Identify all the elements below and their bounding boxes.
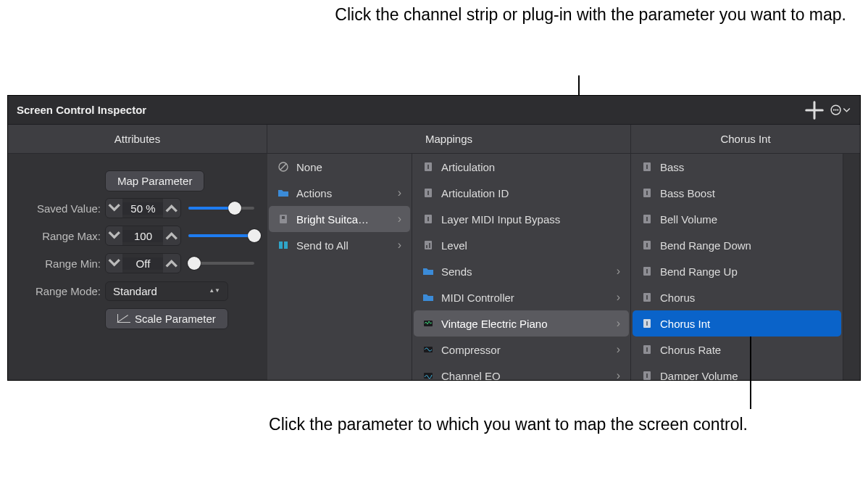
- header-mappings[interactable]: Mappings: [267, 125, 631, 153]
- svg-rect-22: [646, 165, 648, 169]
- svg-rect-32: [646, 295, 648, 300]
- slider-icon: [422, 161, 434, 173]
- chevron-down-icon: [106, 199, 122, 216]
- slider-icon: [641, 292, 653, 303]
- slider-icon: [422, 187, 434, 199]
- param-bell-volume[interactable]: Bell Volume: [633, 206, 841, 232]
- panel-titlebar: Screen Control Inspector: [8, 96, 860, 125]
- map-parameter-button[interactable]: Map Parameter: [105, 170, 204, 191]
- header-attributes[interactable]: Attributes: [8, 125, 267, 153]
- folder-icon: [277, 187, 289, 199]
- folder-icon: [422, 292, 434, 303]
- header-right[interactable]: Chorus Int: [631, 125, 860, 153]
- stepper-dec[interactable]: [106, 199, 122, 218]
- param-bass[interactable]: Bass: [633, 154, 841, 180]
- svg-rect-14: [427, 217, 429, 221]
- slider-icon: [641, 370, 653, 380]
- chevron-right-icon: ›: [398, 186, 401, 199]
- svg-rect-26: [646, 217, 648, 221]
- chevron-right-icon: ›: [617, 317, 620, 330]
- param-damper-volume[interactable]: Damper Volume: [633, 363, 841, 380]
- svg-rect-28: [646, 243, 648, 247]
- svg-rect-16: [426, 245, 427, 248]
- param-bass-boost[interactable]: Bass Boost: [633, 180, 841, 206]
- chevron-right-icon: ›: [617, 291, 620, 304]
- range-mode-value: Standard: [113, 285, 157, 297]
- panel-title: Screen Control Inspector: [17, 104, 146, 116]
- none-icon: [277, 161, 289, 173]
- range-min-stepper[interactable]: Off: [105, 253, 181, 273]
- scrollbar-gutter[interactable]: [843, 154, 860, 380]
- range-min-slider[interactable]: [188, 253, 254, 273]
- param-chorus-int[interactable]: Chorus Int: [633, 310, 841, 337]
- range-max-stepper[interactable]: 100: [105, 226, 181, 246]
- chevron-down-icon: [106, 227, 122, 244]
- actions-menu-button[interactable]: [830, 99, 851, 121]
- scale-icon: [117, 314, 130, 323]
- svg-rect-8: [284, 242, 288, 249]
- add-button[interactable]: [804, 99, 825, 121]
- param-chorus[interactable]: Chorus: [633, 284, 841, 310]
- parameter-column: Bass Bass Boost Bell Volume Bend Range D…: [631, 154, 843, 380]
- item-channel-eq[interactable]: Channel EQ ›: [414, 363, 629, 380]
- folder-icon: [422, 265, 434, 277]
- slider-icon: [641, 318, 653, 329]
- saved-value-slider[interactable]: [188, 198, 254, 218]
- mapping-send-to-all[interactable]: Send to All ›: [269, 232, 410, 258]
- plus-icon: [804, 99, 825, 121]
- channel-strip-icon: [277, 213, 289, 225]
- updown-icon: ▲▼: [209, 288, 220, 294]
- svg-rect-7: [279, 242, 283, 249]
- item-layer-midi[interactable]: Layer MIDI Input Bypass: [414, 206, 629, 232]
- slider-icon: [641, 239, 653, 251]
- more-icon: [830, 104, 851, 116]
- item-midi-controller[interactable]: MIDI Controller ›: [414, 284, 629, 310]
- svg-rect-30: [646, 269, 648, 273]
- all-channels-icon: [277, 239, 289, 251]
- svg-rect-34: [646, 321, 648, 326]
- svg-rect-38: [646, 373, 648, 378]
- slider-icon: [641, 265, 653, 277]
- chevron-down-icon: [106, 255, 122, 271]
- range-max-slider[interactable]: [188, 226, 254, 246]
- param-bend-range-up[interactable]: Bend Range Up: [633, 258, 841, 284]
- scale-parameter-button[interactable]: Scale Parameter: [105, 308, 228, 329]
- mapping-none[interactable]: None: [269, 154, 410, 180]
- item-vintage-electric-piano[interactable]: Vintage Electric Piano ›: [414, 310, 629, 337]
- chevron-up-icon: [163, 227, 180, 244]
- param-bend-range-down[interactable]: Bend Range Down: [633, 232, 841, 258]
- plugin-icon: [422, 370, 434, 380]
- svg-rect-12: [427, 191, 429, 195]
- range-min-label: Range Min:: [8, 257, 105, 270]
- chevron-right-icon: ›: [617, 369, 620, 380]
- inspector-panel: Screen Control Inspector Attributes Mapp…: [8, 96, 860, 380]
- callout-leader-bottom: [750, 337, 751, 409]
- scale-parameter-label: Scale Parameter: [135, 313, 216, 325]
- range-min-text[interactable]: Off: [122, 257, 163, 270]
- item-level[interactable]: Level: [414, 232, 629, 258]
- saved-value-stepper[interactable]: 50 %: [105, 198, 181, 218]
- svg-point-2: [835, 109, 837, 110]
- svg-rect-10: [427, 165, 429, 169]
- mapping-channel-strip[interactable]: Bright Suitca… ›: [269, 206, 410, 232]
- chevron-right-icon: ›: [398, 239, 401, 252]
- level-icon: [422, 239, 434, 251]
- svg-point-1: [833, 109, 835, 110]
- saved-value-text[interactable]: 50 %: [122, 202, 163, 215]
- svg-rect-24: [646, 191, 648, 195]
- range-max-text[interactable]: 100: [122, 230, 163, 242]
- stepper-inc[interactable]: [163, 199, 180, 218]
- column-headers: Attributes Mappings Chorus Int: [8, 125, 860, 154]
- range-mode-dropdown[interactable]: Standard ▲▼: [105, 281, 228, 301]
- item-compressor[interactable]: Compressor ›: [414, 337, 629, 363]
- item-sends[interactable]: Sends ›: [414, 258, 629, 284]
- item-articulation-id[interactable]: Articulation ID: [414, 180, 629, 206]
- item-articulation[interactable]: Articulation: [414, 154, 629, 180]
- range-mode-label: Range Mode:: [8, 285, 105, 297]
- mapping-actions[interactable]: Actions ›: [269, 180, 410, 206]
- slider-icon: [641, 187, 653, 199]
- param-chorus-rate[interactable]: Chorus Rate: [633, 337, 841, 363]
- mapping-source-column: None Actions › Bright Suitca… › Send to …: [267, 154, 412, 380]
- plugin-icon: [422, 318, 434, 329]
- range-max-label: Range Max:: [8, 230, 105, 242]
